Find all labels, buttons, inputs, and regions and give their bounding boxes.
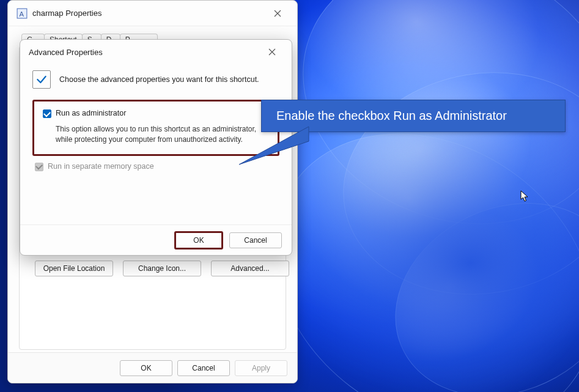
instruction-callout: Enable the checkbox Run as Administrator (261, 100, 566, 132)
svg-text:A: A (20, 10, 24, 17)
svg-marker-2 (239, 127, 309, 165)
properties-footer: OK Cancel Apply (8, 352, 297, 383)
separate-memory-checkbox (35, 163, 43, 171)
advanced-cancel-button[interactable]: Cancel (229, 232, 282, 248)
change-icon-button[interactable]: Change Icon... (123, 261, 201, 276)
checkmark-icon (32, 70, 51, 89)
close-button[interactable] (267, 4, 289, 23)
advanced-button[interactable]: Advanced... (211, 261, 289, 276)
advanced-ok-button[interactable]: OK (174, 231, 223, 250)
callout-tail (237, 124, 310, 167)
properties-titlebar[interactable]: A charmap Properties (8, 1, 297, 26)
cancel-button[interactable]: Cancel (177, 360, 230, 376)
advanced-close-button[interactable] (261, 43, 283, 61)
advanced-intro-text: Choose the advanced properties you want … (59, 75, 259, 84)
separate-memory-label: Run in separate memory space (48, 162, 154, 171)
open-file-location-button[interactable]: Open File Location (35, 261, 113, 276)
apply-button[interactable]: Apply (235, 360, 287, 376)
app-icon: A (17, 8, 28, 19)
run-as-admin-label: Run as administrator (56, 109, 126, 117)
advanced-footer: OK Cancel (20, 224, 292, 255)
properties-title: charmap Properties (32, 9, 267, 18)
run-as-admin-checkbox[interactable] (43, 109, 51, 118)
advanced-title: Advanced Properties (29, 48, 261, 57)
ok-button[interactable]: OK (120, 360, 172, 376)
